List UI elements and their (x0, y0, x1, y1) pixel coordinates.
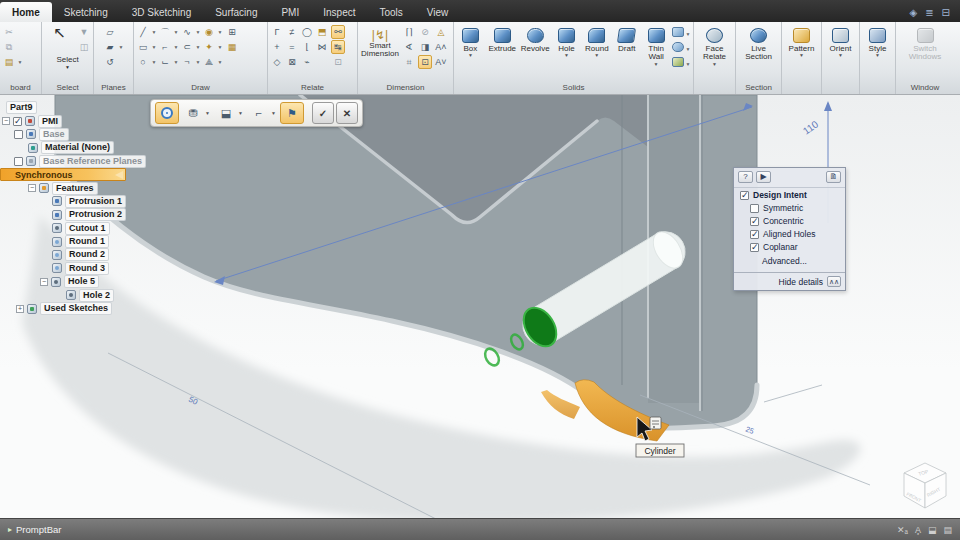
pattern-button[interactable]: Pattern▼ (783, 24, 820, 81)
connect-relation-icon[interactable]: + (270, 40, 284, 54)
tab-sketching[interactable]: Sketching (52, 2, 120, 22)
polyline-tool-icon[interactable]: ⌙ (158, 55, 172, 69)
dimension-style-icon[interactable]: ◨ (418, 40, 432, 54)
zoom-text-icon[interactable]: ✕ₐ (897, 525, 908, 535)
tree-item-protrusion-1[interactable]: Protrusion 1 (65, 195, 126, 208)
copy-icon[interactable]: ⧉ (2, 40, 16, 54)
hide-details-label[interactable]: Hide details (779, 277, 823, 287)
trim-tool-icon[interactable]: ¬ (180, 55, 194, 69)
highlighted-fillet-tail[interactable] (541, 390, 580, 419)
dim-height-label[interactable]: 110 (801, 118, 821, 136)
aligned-holes-checkbox[interactable] (750, 230, 759, 239)
tab-3d-sketching[interactable]: 3D Sketching (120, 2, 203, 22)
trim-dropdown-icon[interactable]: ▼ (195, 55, 201, 69)
distance-between-icon[interactable]: ⌈⌉ (402, 25, 416, 39)
tree-item-synchronous[interactable]: Synchronous (0, 168, 126, 181)
relate-toggle-1-icon[interactable]: ⚯ (331, 25, 345, 39)
tangent-relation-icon[interactable]: ◯ (300, 25, 314, 39)
style-button[interactable]: Style▼ (861, 24, 894, 81)
tree-item-round-1[interactable]: Round 1 (65, 235, 109, 248)
tree-item-round-2[interactable]: Round 2 (65, 248, 109, 261)
face-relate-button[interactable]: Face Relate▼ (695, 24, 734, 81)
tab-tools[interactable]: Tools (367, 2, 414, 22)
curve-tool-icon[interactable]: ∿ (180, 25, 194, 39)
minimize-ribbon-icon[interactable]: ⊟ (942, 7, 950, 18)
tree-item-cutout-1[interactable]: Cutout 1 (65, 222, 110, 235)
font-size-icon[interactable]: A̧ (915, 525, 921, 535)
rectangle-tool-icon[interactable]: ▭ (136, 40, 150, 54)
extent-type-button[interactable]: ⬓ (214, 102, 238, 124)
arc-dropdown-icon[interactable]: ▼ (173, 25, 179, 39)
tree-item-features[interactable]: Features (52, 182, 98, 195)
base-reference-planes-checkbox[interactable] (14, 157, 23, 166)
quick-access-icon[interactable]: ◈ (910, 7, 918, 18)
boolean-dropdown-icon[interactable]: ▼ (685, 57, 691, 71)
symmetric-diameter-icon[interactable]: ⊘ (418, 25, 432, 39)
pattern-dropdown-icon[interactable]: ▼ (217, 40, 223, 54)
plane-dropdown-icon[interactable]: ▼ (118, 40, 124, 54)
perpendicular-relation-icon[interactable]: Γ (270, 25, 284, 39)
axis-dropdown-icon[interactable]: ▼ (217, 55, 223, 69)
equal-relation-icon[interactable]: = (285, 40, 299, 54)
collinear-relation-icon[interactable]: ⌁ (300, 55, 314, 69)
horizontal-relation-icon[interactable]: ⌊ (300, 40, 314, 54)
orient-button[interactable]: Orient▼ (823, 24, 858, 81)
play-solution-button[interactable]: ▶ (756, 171, 771, 183)
base-checkbox[interactable] (14, 130, 23, 139)
rigid-set-icon[interactable]: ⋈ (315, 40, 329, 54)
collapse-root-icon[interactable]: − (2, 117, 10, 125)
tree-item-base[interactable]: Base (39, 128, 69, 141)
pmi-checkbox[interactable] (13, 117, 22, 126)
collapse-hole5-icon[interactable]: − (40, 278, 48, 286)
offset-tool-icon[interactable]: ⊂ (180, 40, 194, 54)
tab-home[interactable]: Home (0, 2, 52, 22)
curve-dropdown-icon[interactable]: ▼ (195, 25, 201, 39)
arc-tool-icon[interactable]: ⌒ (158, 25, 172, 39)
revolve-button[interactable]: Revolve (519, 24, 552, 81)
help-button[interactable]: ? (738, 171, 753, 183)
subtract-dropdown-icon[interactable]: ▼ (685, 42, 691, 56)
dimension-axis-icon[interactable]: ⊡ (418, 55, 432, 69)
add-body-dropdown-icon[interactable]: ▼ (685, 27, 691, 41)
dim-depth-label[interactable]: 25 (744, 425, 755, 436)
fillet-tool-icon[interactable]: ⌐ (158, 40, 172, 54)
concentric-relation-icon[interactable]: ⊠ (285, 55, 299, 69)
relate-toggle-2-icon[interactable]: ↹ (331, 40, 345, 54)
panel-page-icon[interactable]: 🗎 (826, 171, 841, 183)
offset-dropdown-icon[interactable]: ▼ (195, 40, 201, 54)
paste-icon[interactable]: ▤ (2, 55, 16, 69)
thin-wall-button[interactable]: Thin Wall▼ (641, 24, 671, 81)
plane-more-icon[interactable]: ▰ (103, 40, 117, 54)
expand-used-sketches-icon[interactable]: + (16, 305, 24, 313)
smart-dimension-button[interactable]: |↯| Smart Dimension (359, 24, 401, 81)
relate-options-icon[interactable]: ⊡ (331, 55, 345, 69)
symmetric-checkbox[interactable] (750, 204, 759, 213)
fillet-dropdown-icon[interactable]: ▼ (173, 40, 179, 54)
line-dropdown-icon[interactable]: ▼ (151, 25, 157, 39)
tree-root-part[interactable]: Part9 (6, 101, 37, 114)
sketch-icon[interactable]: ↺ (103, 55, 117, 69)
coordinate-dimension-icon[interactable]: ⌗ (402, 55, 416, 69)
fill-tool-icon[interactable]: ◉ (202, 25, 216, 39)
paste-dropdown-icon[interactable]: ▼ (17, 55, 23, 69)
tree-item-base-reference-planes[interactable]: Base Reference Planes (39, 155, 146, 168)
paint-region-icon[interactable]: ▦ (225, 40, 239, 54)
model-viewport[interactable]: 110 50 25 TOP FRONT RIGHT Cylind (0, 95, 960, 518)
text-increase-icon[interactable]: A˄ (434, 40, 448, 54)
box-button[interactable]: Box▼ (455, 24, 486, 81)
lock-relation-icon[interactable]: ⬒ (315, 25, 329, 39)
tab-view[interactable]: View (415, 2, 461, 22)
design-intent-checkbox[interactable] (740, 191, 749, 200)
symmetric-relation-icon[interactable]: ◇ (270, 55, 284, 69)
ribbon-options-icon[interactable]: ≣ (925, 7, 933, 18)
circle-tool-icon[interactable]: ○ (136, 55, 150, 69)
hole-type-dropdown-icon[interactable]: ▼ (205, 110, 210, 116)
tab-inspect[interactable]: Inspect (311, 2, 367, 22)
direction-dropdown-icon[interactable]: ▼ (271, 110, 276, 116)
tree-item-protrusion-2[interactable]: Protrusion 2 (65, 208, 126, 221)
tab-pmi[interactable]: PMI (269, 2, 311, 22)
cut-icon[interactable]: ✂ (2, 25, 16, 39)
coplanar-checkbox[interactable] (750, 243, 759, 252)
text-decrease-icon[interactable]: A˅ (434, 55, 448, 69)
boolean-icon[interactable] (672, 57, 684, 67)
